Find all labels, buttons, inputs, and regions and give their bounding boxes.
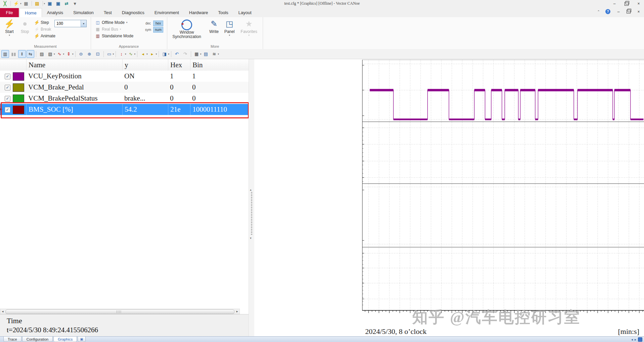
cell-hex: 1	[168, 71, 190, 82]
tab-home[interactable]: Home	[19, 8, 42, 17]
panel-button[interactable]: ◳ Panel ▾	[222, 18, 237, 43]
signal-list-toggle-icon[interactable]: ▥	[1, 50, 9, 58]
animate-button[interactable]: ⚡ Animate	[34, 33, 55, 39]
table-row[interactable]: ✓VCU_KeyPositionON11	[0, 71, 249, 82]
window-close-icon[interactable]: ×	[636, 9, 641, 14]
break-icon: ⚡	[34, 27, 39, 32]
bottom-tab-configuration[interactable]: Configuration	[22, 337, 53, 342]
difference-cursor-toggle-icon[interactable]: ⇆	[27, 50, 34, 58]
combobox-dropdown-icon[interactable]: ▾	[81, 20, 86, 27]
tab-scroll-left-icon[interactable]: ◂	[631, 338, 633, 341]
column-header-y[interactable]: y	[122, 59, 168, 71]
favorites-icon: ★	[239, 18, 259, 30]
window-list-icon[interactable]	[638, 337, 642, 342]
num-toggle[interactable]: num	[153, 27, 163, 33]
offline-mode-button[interactable]: ◫ Offline Mode ▾	[95, 19, 133, 26]
window-restore-icon[interactable]	[627, 10, 631, 13]
scroll-left-icon[interactable]: ◄	[0, 309, 5, 314]
table-row[interactable]: ✓VCM_Brake_Pedal000	[0, 82, 249, 93]
start-icon: ⚡	[2, 18, 17, 30]
tab-test[interactable]: Test	[99, 8, 117, 17]
tab-layout[interactable]: Layout	[233, 8, 257, 17]
stop-button[interactable]: ⏺ Stop	[17, 18, 32, 43]
close-button[interactable]: ×	[636, 1, 641, 6]
table-row[interactable]: ▸✓BMS_SOC [%]54.221e1000011110	[0, 104, 249, 115]
window-synchronization-button[interactable]: Window Synchronization	[169, 18, 205, 43]
graphics-chart-panel[interactable]: 2024/5/30, 8 o’clock [min:s] 知乎 @汽车电控研习室	[254, 59, 644, 336]
x-axis-date-label: 2024/5/30, 8 o’clock	[365, 327, 427, 336]
toolbar-separator	[171, 51, 171, 57]
previous-event-icon[interactable]: ◂	[139, 50, 147, 58]
step-count-combobox[interactable]: 100 ▾	[54, 20, 87, 27]
column-header-name[interactable]: Name	[26, 59, 122, 71]
tab-tools[interactable]: Tools	[213, 8, 233, 17]
real-bus-icon: ▦	[95, 27, 100, 32]
undo-icon[interactable]: ↶	[173, 50, 181, 58]
write-button[interactable]: ✎ Write	[207, 18, 221, 43]
scrollbar-thumb[interactable]	[5, 309, 234, 314]
minimize-button[interactable]: –	[612, 1, 617, 6]
tab-simulation[interactable]: Simulation	[68, 8, 99, 17]
column-header-bin[interactable]: Bin	[190, 59, 249, 71]
tab-analysis[interactable]: Analysis	[42, 8, 68, 17]
fit-to-window-icon[interactable]: ▭	[105, 50, 113, 58]
step-button[interactable]: ⚡ Step	[34, 19, 55, 26]
break-button[interactable]: ⚡ Break	[34, 26, 55, 33]
collapse-ribbon-icon[interactable]: ⌃	[597, 10, 600, 13]
column-header-hex[interactable]: Hex	[168, 59, 190, 71]
tab-scroll-right-icon[interactable]: ▸	[635, 338, 636, 341]
signal-options-icon[interactable]: ≋	[210, 50, 218, 58]
start-button[interactable]: ⚡ Start ▾	[2, 18, 17, 43]
panel-splitter[interactable]	[249, 59, 255, 336]
pause-display-icon[interactable]: ▮▮	[10, 50, 17, 58]
split-window-icon[interactable]: ◨	[161, 50, 168, 58]
real-bus-button[interactable]: ▦ Real Bus ▾	[95, 26, 133, 33]
title-bar: ╳⚡▾▩▤▾▣▣⇄▾ test.cfg * [Graphics] [Offlin…	[0, 0, 644, 7]
sym-toggle[interactable]: sym	[144, 27, 153, 33]
signal-plot[interactable]	[362, 59, 644, 336]
cell-y: 54.2	[122, 104, 168, 115]
window-title: test.cfg * [Graphics] [Offline] - Vector…	[0, 1, 644, 6]
signal-line-style-icon[interactable]: ∿	[56, 50, 63, 58]
restore-button[interactable]	[625, 2, 629, 6]
fit-signal-icon[interactable]: ∿	[127, 50, 135, 58]
tab-file[interactable]: File	[0, 8, 19, 17]
export-data-icon[interactable]: ▤	[202, 50, 210, 58]
display-style-icon[interactable]: ▧	[46, 50, 54, 58]
splitter-grip[interactable]	[251, 192, 252, 236]
bottom-tab-bar: TraceConfigurationGraphics▣ ◂ ▸	[0, 336, 644, 342]
favorites-button[interactable]: ★ Favorites ▾	[239, 18, 259, 43]
horizontal-scrollbar[interactable]: ◄ ►	[0, 309, 240, 314]
redo-icon[interactable]: ↷	[181, 50, 189, 58]
desktop-tab-icon[interactable]: ▣	[78, 337, 85, 342]
toolbar-separator	[75, 51, 76, 57]
row-checkbox[interactable]: ✓	[5, 74, 10, 79]
window-minimize-icon[interactable]: –	[616, 9, 621, 14]
axis-configuration-icon[interactable]: ⇕	[65, 50, 73, 58]
scroll-right-icon[interactable]: ►	[235, 309, 240, 314]
bottom-tab-trace[interactable]: Trace	[3, 337, 22, 342]
zoom-to-region-icon[interactable]: ⊡	[94, 50, 102, 58]
next-event-icon[interactable]: ▸	[148, 50, 156, 58]
hex-toggle[interactable]: hex	[153, 21, 163, 26]
dec-toggle[interactable]: dec	[144, 21, 153, 26]
table-row[interactable]: ✓VCM_BrakePedalStatusbrake...00	[0, 93, 249, 104]
time-cursor-toggle-icon[interactable]: ‖	[18, 50, 26, 58]
background-toggle-icon[interactable]: ▨	[38, 50, 46, 58]
fit-y-axis-icon[interactable]: ↕	[118, 50, 125, 58]
zoom-out-icon[interactable]: ⊖	[77, 50, 85, 58]
row-checkbox[interactable]: ✓	[5, 85, 10, 90]
tab-hardware[interactable]: Hardware	[184, 8, 213, 17]
standalone-mode-button[interactable]: ▥ Standalone Mode	[95, 33, 133, 39]
zoom-in-icon[interactable]: ⊕	[86, 50, 93, 58]
tab-environment[interactable]: Environment	[149, 8, 184, 17]
time-status-area: Time t=2024/5/30 8:49:24.415506266	[0, 314, 249, 336]
toolbar-separator	[137, 51, 137, 57]
tab-diagnostics[interactable]: Diagnostics	[117, 8, 149, 17]
export-diagram-icon[interactable]: ▦	[193, 50, 201, 58]
row-checkbox[interactable]: ✓	[5, 107, 10, 113]
help-icon[interactable]: ?	[605, 9, 610, 14]
bottom-tab-graphics[interactable]: Graphics	[53, 337, 77, 342]
row-checkbox[interactable]: ✓	[5, 96, 10, 102]
cell-hex: 0	[168, 93, 190, 104]
